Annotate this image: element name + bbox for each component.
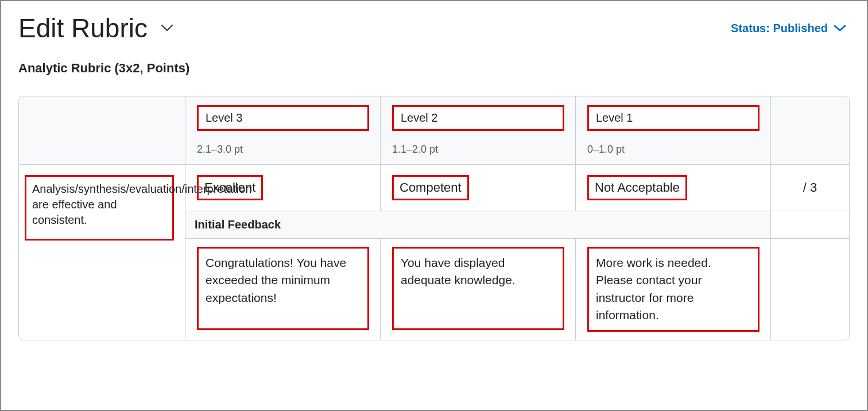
feedback-input[interactable]: More work is needed. Please contact your… xyxy=(587,247,760,332)
criterion-cell: Analysis/synthesis/evaluation/interpreta… xyxy=(19,165,185,340)
chevron-down-icon xyxy=(834,24,846,32)
page-title: Edit Rubric xyxy=(18,13,148,44)
feedback-input[interactable]: Congratulations! You have exceeded the m… xyxy=(197,247,369,330)
criterion-text-input[interactable]: Analysis/synthesis/evaluation/interpreta… xyxy=(25,175,174,241)
level-point-range: 1.1–2.0 pt xyxy=(392,144,564,156)
rubric-body: Analysis/synthesis/evaluation/interpreta… xyxy=(19,165,849,340)
level-name-input[interactable]: Level 1 xyxy=(587,105,760,131)
feedback-header-spacer xyxy=(771,211,849,238)
descriptor-input[interactable]: Excellent xyxy=(197,175,263,200)
rubric-subheading: Analytic Rubric (3x2, Points) xyxy=(18,61,850,76)
points-header-cell xyxy=(771,96,849,164)
status-dropdown-button[interactable]: Status: Published xyxy=(727,21,850,36)
rubric-table: Level 3 2.1–3.0 pt Level 2 1.1–2.0 pt Le… xyxy=(18,96,850,340)
level-column-3: Level 3 2.1–3.0 pt xyxy=(185,96,381,164)
descriptor-input[interactable]: Competent xyxy=(392,175,469,200)
title-dropdown-button[interactable] xyxy=(158,21,176,36)
descriptor-input[interactable]: Not Acceptable xyxy=(587,175,687,200)
descriptor-row: Excellent Competent Not Acceptable / 3 xyxy=(185,165,849,211)
status-label: Status: Published xyxy=(731,22,828,35)
feedback-header-row: Initial Feedback xyxy=(185,211,849,239)
feedback-row: Congratulations! You have exceeded the m… xyxy=(185,239,849,340)
level-point-range: 2.1–3.0 pt xyxy=(197,144,369,156)
feedback-input[interactable]: You have displayed adequate knowledge. xyxy=(392,247,564,330)
level-name-input[interactable]: Level 2 xyxy=(392,105,564,131)
rubric-header-row: Level 3 2.1–3.0 pt Level 2 1.1–2.0 pt Le… xyxy=(19,96,849,165)
feedback-points-spacer xyxy=(771,239,849,340)
level-point-range: 0–1.0 pt xyxy=(587,144,759,156)
feedback-heading: Initial Feedback xyxy=(185,211,771,238)
chevron-down-icon xyxy=(161,24,173,32)
rubric-corner-cell xyxy=(19,96,185,164)
criterion-points: / 3 xyxy=(771,165,849,211)
page-header: Edit Rubric Status: Published xyxy=(18,13,850,44)
level-column-1: Level 1 0–1.0 pt xyxy=(576,96,771,164)
level-column-2: Level 2 1.1–2.0 pt xyxy=(381,96,576,164)
points-value: / 3 xyxy=(803,180,817,195)
level-name-input[interactable]: Level 3 xyxy=(197,105,369,131)
